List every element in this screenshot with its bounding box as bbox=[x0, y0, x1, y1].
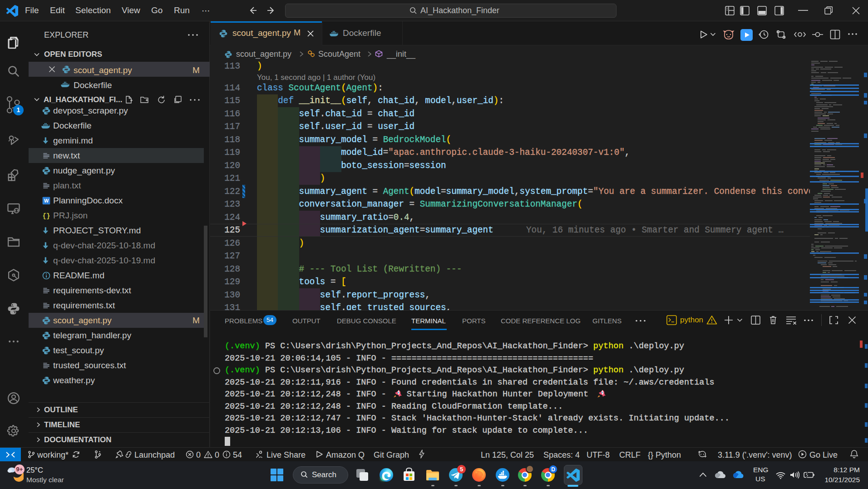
svg-text:{}: {} bbox=[43, 212, 50, 220]
svg-text:W: W bbox=[44, 198, 49, 203]
